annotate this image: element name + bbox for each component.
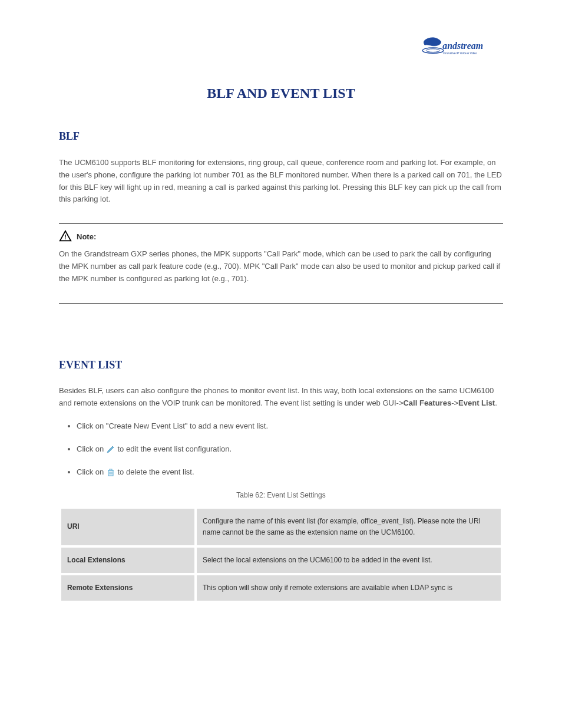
brand-logo: andstream Innovative IP Voice & Video (59, 35, 503, 64)
divider-bottom (59, 303, 503, 304)
blf-paragraph: The UCM6100 supports BLF monitoring for … (59, 157, 503, 206)
table-row: Local Extensions Select the local extens… (60, 546, 502, 574)
note-header: ! Note: (59, 230, 503, 245)
setting-label: Remote Extensions (60, 574, 196, 602)
list-item-new: Click on "Create New Event List" to add … (77, 420, 503, 433)
note-label: Note: (77, 231, 96, 243)
note-body: On the Grandstream GXP series phones, th… (59, 248, 503, 285)
eventlist-heading: EVENT LIST (59, 357, 503, 374)
edit-icon (106, 444, 115, 454)
eventlist-paragraph: Besides BLF, users can also configure th… (59, 385, 503, 410)
svg-text:!: ! (64, 233, 67, 241)
trash-icon (106, 467, 115, 477)
settings-table: URI Configure the name of this event lis… (59, 506, 503, 604)
setting-desc: This option will show only if remote ext… (196, 574, 502, 602)
list-item-edit: Click on to edit the event list configur… (77, 443, 503, 456)
svg-text:Innovative IP Voice & Video: Innovative IP Voice & Video (443, 52, 477, 55)
warning-icon: ! (59, 230, 72, 245)
table-caption: Table 62: Event List Settings (59, 490, 503, 501)
divider-top (59, 223, 503, 224)
setting-label: Local Extensions (60, 546, 196, 574)
page-title: BLF AND EVENT LIST (59, 82, 503, 104)
table-row: Remote Extensions This option will show … (60, 574, 502, 602)
svg-text:andstream: andstream (442, 41, 483, 51)
setting-desc: Configure the name of this event list (f… (196, 508, 502, 546)
setting-desc: Select the local extensions on the UCM61… (196, 546, 502, 574)
setting-label: URI (60, 508, 196, 546)
table-row: URI Configure the name of this event lis… (60, 508, 502, 546)
blf-heading: BLF (59, 128, 503, 145)
svg-point-1 (426, 49, 439, 52)
list-item-delete: Click on to delete the event list. (77, 466, 503, 479)
eventlist-actions: Click on "Create New Event List" to add … (77, 420, 503, 478)
